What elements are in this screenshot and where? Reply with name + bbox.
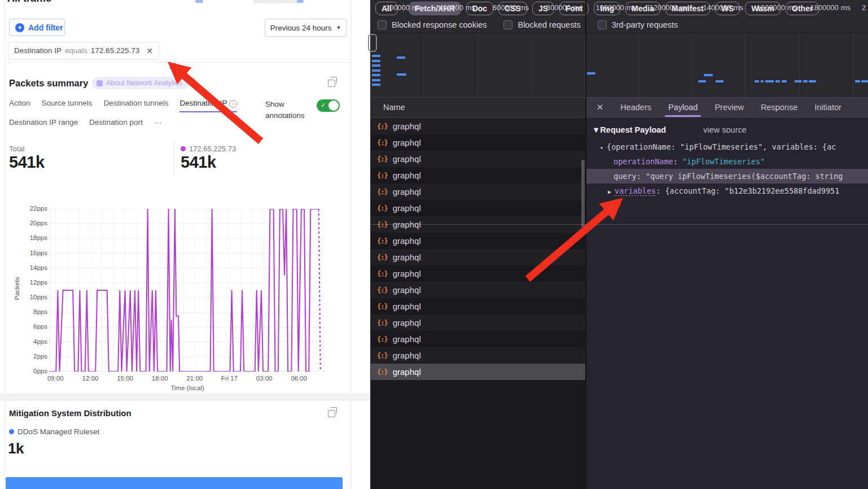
request-timing-blip[interactable] xyxy=(372,64,380,67)
checkbox-box[interactable] xyxy=(378,20,387,29)
devtools-panel: AllFetch/XHRDocCSSJSFontImgMediaManifest… xyxy=(370,0,868,489)
request-timing-blip[interactable] xyxy=(372,55,380,57)
tab-destination-ip-range[interactable]: Destination IP range xyxy=(9,118,78,126)
show-annotations-toggle[interactable]: ✓ xyxy=(317,99,340,112)
ruler-gridline xyxy=(799,34,800,97)
request-row[interactable]: {:}graphql xyxy=(371,200,585,216)
request-row[interactable]: {:}graphql xyxy=(371,298,585,315)
request-timing-blip[interactable] xyxy=(704,74,713,76)
filter-chip[interactable]: Destination IP equals 172.65.225.73 ✕ xyxy=(8,42,159,59)
time-range-dropdown[interactable]: Previous 24 hours ▼ xyxy=(265,19,347,37)
clipped-overview-fragment xyxy=(368,34,377,52)
payload-line-3[interactable]: ▶variables: {accountTag: "b12e3b2192ee55… xyxy=(592,184,868,198)
request-timing-blip[interactable] xyxy=(775,80,780,82)
add-filter-label: Add filter xyxy=(28,23,63,32)
x-tick: Fri 17 xyxy=(212,375,246,382)
json-request-icon: {:} xyxy=(377,286,388,294)
request-timing-blip[interactable] xyxy=(761,80,764,82)
request-timing-blip[interactable] xyxy=(372,60,380,62)
tab-preview[interactable]: Preview xyxy=(714,103,744,112)
tab-headers[interactable]: Headers xyxy=(620,103,651,112)
ruler-label: 800000 ms xyxy=(533,3,582,12)
checkbox-box[interactable] xyxy=(598,20,607,29)
checkbox-box[interactable] xyxy=(503,20,512,29)
tab-payload[interactable]: Payload xyxy=(668,103,698,112)
request-timing-blip[interactable] xyxy=(698,80,706,82)
tab-response[interactable]: Response xyxy=(761,103,797,112)
request-row[interactable]: {:}graphql xyxy=(371,118,585,134)
tree-caret-icon[interactable]: ▶ xyxy=(608,189,611,195)
section-gap xyxy=(0,394,370,401)
checkbox-label: Blocked response cookies xyxy=(392,20,486,29)
request-row[interactable]: {:}graphql xyxy=(371,347,585,364)
request-row[interactable]: {:}graphql xyxy=(371,184,585,200)
request-timing-blip[interactable] xyxy=(765,80,774,82)
checkbox-label: 3rd-party requests xyxy=(612,20,678,29)
close-icon[interactable]: ✕ xyxy=(597,103,603,112)
request-timing-blip[interactable] xyxy=(795,80,801,82)
payload-token: : xyxy=(673,157,682,166)
checkbox-blocked-requests[interactable]: Blocked requests xyxy=(503,20,580,29)
json-request-icon: {:} xyxy=(377,123,388,130)
copy-panel-icon[interactable] xyxy=(328,80,335,87)
request-inspector: ✕HeadersPayloadPreviewResponseInitiator … xyxy=(586,98,868,489)
request-row[interactable]: {:}graphql xyxy=(371,331,585,347)
tab-source-tunnels[interactable]: Source tunnels xyxy=(42,99,93,112)
request-timing-blip[interactable] xyxy=(855,80,860,82)
request-row[interactable]: {:}graphql xyxy=(371,151,585,167)
request-row[interactable]: {:}graphql xyxy=(371,233,585,249)
request-timing-blip[interactable] xyxy=(861,80,868,82)
view-source-link[interactable]: view source xyxy=(703,125,747,134)
request-timing-blip[interactable] xyxy=(397,73,406,76)
request-timing-blip[interactable] xyxy=(587,72,595,75)
tab-initiator[interactable]: Initiator xyxy=(814,103,841,112)
request-timing-blip[interactable] xyxy=(782,80,787,82)
request-timing-blip[interactable] xyxy=(372,79,380,81)
request-row[interactable]: {:}graphql xyxy=(371,315,585,331)
tab-···[interactable]: ··· xyxy=(154,118,162,126)
payload-line-2[interactable]: query: "query ipFlowTimeseries($accountT… xyxy=(586,169,868,184)
close-icon[interactable]: ✕ xyxy=(146,46,153,55)
request-row-selected[interactable]: {:}graphql xyxy=(371,364,585,380)
request-row[interactable]: {:}graphql xyxy=(371,249,585,265)
request-timing-blip[interactable] xyxy=(372,74,380,76)
request-timing-blip[interactable] xyxy=(755,80,759,82)
packets-timeseries-chart[interactable] xyxy=(50,209,325,372)
plus-icon: + xyxy=(15,23,24,32)
checkbox-3rd-party-requests[interactable]: 3rd-party requests xyxy=(598,20,678,29)
request-timing-blip[interactable] xyxy=(372,69,380,72)
stat-total-value: 541k xyxy=(9,153,45,172)
mitigation-bar[interactable] xyxy=(6,477,343,489)
checkbox-blocked-response-cookies[interactable]: Blocked response cookies xyxy=(378,20,486,29)
filter-chip-operator: equals xyxy=(65,46,87,55)
json-request-icon: {:} xyxy=(377,319,388,327)
tab-action[interactable]: Action xyxy=(9,99,30,112)
y-tick: 16pps xyxy=(19,250,47,256)
request-timing-blip[interactable] xyxy=(803,80,808,82)
ruler-gridline xyxy=(853,34,853,97)
badge-label: About Network Analytics xyxy=(106,79,182,87)
request-timing-blip[interactable] xyxy=(372,84,380,86)
request-timing-blip[interactable] xyxy=(716,80,724,82)
add-filter-button[interactable]: + Add filter xyxy=(9,19,65,36)
name-column-header[interactable]: Name xyxy=(370,98,585,117)
payload-line-1[interactable]: operationName: "ipFlowTimeseries" xyxy=(592,154,868,169)
tab-destination-ip[interactable]: Destination IPi xyxy=(179,99,237,112)
stat-ip-value: 541k xyxy=(181,153,236,172)
tree-caret-icon[interactable]: ▾ xyxy=(600,145,603,151)
about-network-analytics-badge[interactable]: About Network Analytics xyxy=(92,77,189,89)
tab-destination-port[interactable]: Destination port xyxy=(89,118,143,126)
tab-destination-tunnels[interactable]: Destination tunnels xyxy=(104,99,169,112)
request-row[interactable]: {:}graphql xyxy=(371,134,585,151)
copy-panel-icon[interactable] xyxy=(328,410,335,417)
section-caret-icon[interactable]: ▼ xyxy=(592,125,600,134)
request-timing-blip[interactable] xyxy=(809,80,816,82)
request-row[interactable]: {:}graphql xyxy=(371,265,585,282)
request-timing-blip[interactable] xyxy=(397,56,405,59)
ruler-label: 1800000 ms xyxy=(801,3,851,12)
request-row[interactable]: {:}graphql xyxy=(371,282,585,298)
payload-line-0[interactable]: ▾{operationName: "ipFlowTimeseries", var… xyxy=(592,139,868,154)
summary-tabs-row1: ActionSource tunnelsDestination tunnelsD… xyxy=(9,99,237,112)
scrollbar-thumb[interactable] xyxy=(581,160,585,228)
request-row[interactable]: {:}graphql xyxy=(371,167,585,184)
